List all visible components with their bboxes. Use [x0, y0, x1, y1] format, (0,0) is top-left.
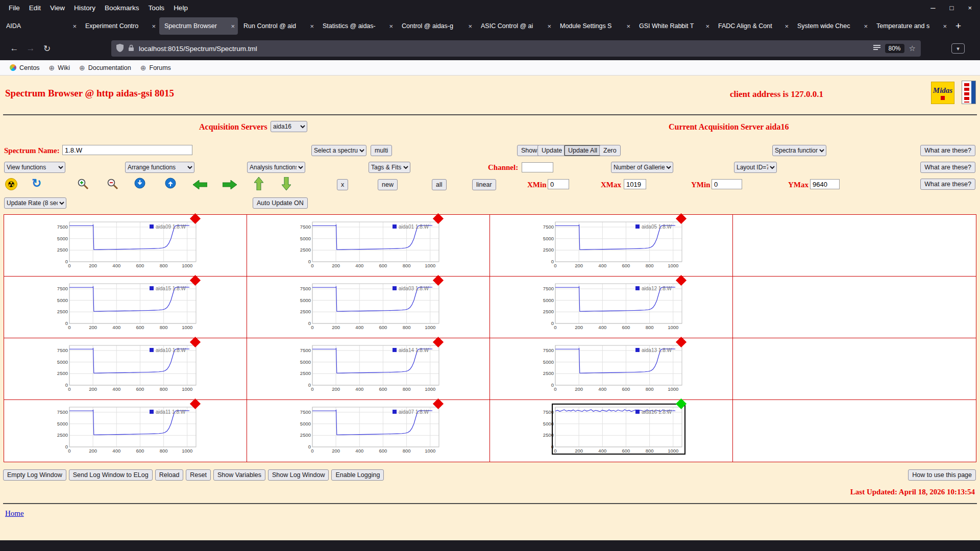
acquisition-server-select[interactable]: aida16 — [271, 121, 307, 132]
home-link[interactable]: Home — [5, 509, 24, 518]
enable-logging-button[interactable]: Enable Logging — [331, 469, 384, 481]
bookmark-documentation[interactable]: ⊕Documentation — [75, 64, 136, 72]
reader-mode-icon[interactable] — [873, 45, 880, 53]
url-bar[interactable]: localhost:8015/Spectrum/Spectrum.tml 80%… — [111, 40, 921, 57]
bookmark-star-icon[interactable]: ☆ — [909, 44, 916, 53]
maximize-icon[interactable]: □ — [950, 4, 954, 12]
green-arrow-left-icon[interactable] — [193, 180, 207, 191]
back-button[interactable]: ← — [6, 43, 22, 54]
spectrum-chart[interactable]: 020040060080010007500500025000aida11 1.8… — [49, 403, 202, 460]
minimize-icon[interactable]: ─ — [930, 4, 935, 12]
multi-button[interactable]: multi — [371, 145, 392, 156]
galleries-dropdown[interactable]: Number of Galleries — [611, 162, 673, 173]
spectrum-chart[interactable]: 020040060080010007500500025000aida01 1.8… — [292, 218, 445, 275]
spectrum-chart[interactable]: 020040060080010007500500025000aida05 1.8… — [535, 218, 688, 275]
browser-tab[interactable]: GSI White Rabbit T× — [634, 17, 713, 35]
arrange-functions-dropdown[interactable]: Arrange functions — [125, 162, 194, 173]
zoom-in-icon[interactable] — [77, 178, 90, 193]
reload-button[interactable]: ↻ — [39, 43, 55, 54]
what-are-these-button-2[interactable]: What are these? — [920, 162, 975, 173]
what-are-these-button-1[interactable]: What are these? — [920, 145, 975, 156]
spectrum-chart[interactable]: 020040060080010007500500025000aida09 1.8… — [49, 218, 202, 275]
spectrum-chart[interactable]: 020040060080010007500500025000aida10 1.8… — [49, 341, 202, 398]
browser-tab[interactable]: Experiment Contro× — [80, 17, 159, 35]
browser-tab[interactable]: Temperature and s× — [871, 17, 950, 35]
tab-close-icon[interactable]: × — [468, 22, 472, 30]
blue-arrow-down-icon[interactable] — [134, 177, 146, 191]
menu-history[interactable]: History — [69, 4, 100, 12]
tab-close-icon[interactable]: × — [389, 22, 393, 30]
forward-button[interactable]: → — [22, 43, 39, 54]
close-icon[interactable]: × — [968, 4, 972, 12]
new-tab-button[interactable]: + — [950, 20, 966, 32]
browser-tab[interactable]: Statistics @ aidas-× — [317, 17, 396, 35]
spectrum-chart[interactable]: 020040060080010007500500025000aida03 1.8… — [292, 280, 445, 337]
reload-button[interactable]: Reload — [155, 469, 184, 481]
show-variables-button[interactable]: Show Variables — [213, 469, 265, 481]
green-arrow-right-icon[interactable] — [223, 180, 237, 191]
browser-tab[interactable]: ASIC Control @ ai× — [476, 17, 554, 35]
empty-log-window-button[interactable]: Empty Log Window — [3, 469, 66, 481]
layout-id-dropdown[interactable]: Layout ID=7 — [734, 162, 777, 173]
tab-close-icon[interactable]: × — [864, 22, 868, 30]
menu-help[interactable]: Help — [169, 4, 192, 12]
view-functions-dropdown[interactable]: View functions — [4, 162, 65, 173]
tab-close-icon[interactable]: × — [785, 22, 789, 30]
tab-close-icon[interactable]: × — [72, 22, 77, 30]
spectrum-chart[interactable]: 020040060080010007500500025000aida13 1.8… — [535, 341, 688, 398]
update-all-button[interactable]: Update All — [564, 145, 601, 156]
blue-arrow-up-icon[interactable] — [164, 177, 177, 191]
menu-tools[interactable]: Tools — [144, 4, 169, 12]
linear-button[interactable]: linear — [472, 179, 496, 190]
bookmark-wiki[interactable]: ⊕Wiki — [44, 64, 75, 72]
tab-close-icon[interactable]: × — [152, 22, 156, 30]
channel-input[interactable] — [522, 162, 553, 172]
refresh-icon[interactable]: ↻ — [32, 177, 41, 190]
how-to-use-button[interactable]: How to use this page — [908, 469, 976, 481]
ymin-input[interactable] — [712, 179, 742, 189]
update-rate-dropdown[interactable]: Update Rate (8 secs) — [4, 197, 66, 209]
auto-update-button[interactable]: Auto Update ON — [253, 197, 308, 209]
zoom-out-icon[interactable] — [106, 178, 119, 193]
tab-close-icon[interactable]: × — [943, 22, 947, 30]
spectrum-chart[interactable]: 020040060080010007500500025000aida14 1.8… — [292, 341, 445, 398]
show-log-window-button[interactable]: Show Log Window — [268, 469, 329, 481]
ymax-input[interactable] — [810, 179, 840, 189]
tab-close-icon[interactable]: × — [231, 22, 235, 30]
radiation-icon[interactable]: ☢ — [5, 178, 17, 190]
zoom-level-badge[interactable]: 80% — [885, 44, 904, 53]
lock-icon[interactable] — [128, 44, 134, 53]
browser-tab[interactable]: Run Control @ aid× — [238, 17, 317, 35]
xmin-input[interactable] — [548, 179, 569, 189]
tab-close-icon[interactable]: × — [626, 22, 630, 30]
analysis-functions-dropdown[interactable]: Analysis functions — [247, 162, 305, 173]
tab-close-icon[interactable]: × — [705, 22, 709, 30]
send-log-window-to-elog-button[interactable]: Send Log Window to ELog — [69, 469, 153, 481]
menu-file[interactable]: File — [4, 4, 24, 12]
green-arrow-up-icon[interactable] — [254, 177, 263, 192]
spectrum-name-input[interactable] — [62, 145, 192, 155]
new-button[interactable]: new — [378, 179, 398, 190]
tab-close-icon[interactable]: × — [310, 22, 314, 30]
bookmark-centos[interactable]: Centos — [5, 64, 44, 72]
spectrum-chart[interactable]: 020040060080010007500500025000aida12 1.8… — [535, 280, 688, 337]
sidebar-toggle-icon[interactable]: ▾ — [951, 43, 965, 54]
bookmark-forums[interactable]: ⊕Forums — [136, 64, 176, 72]
xmax-input[interactable] — [624, 179, 646, 189]
select-spectrum-dropdown[interactable]: Select a spectrum — [311, 145, 366, 156]
spectrum-chart[interactable]: 020040060080010007500500025000aida16 1.8… — [535, 403, 688, 460]
spectrum-chart[interactable]: 020040060080010007500500025000aida07 1.8… — [292, 403, 445, 460]
browser-tab[interactable]: FADC Align & Cont× — [713, 17, 792, 35]
all-button[interactable]: all — [432, 179, 447, 190]
update-button[interactable]: Update — [537, 145, 566, 156]
browser-tab[interactable]: Spectrum Browser× — [159, 17, 238, 35]
what-are-these-button-3[interactable]: What are these? — [920, 179, 975, 190]
browser-tab[interactable]: System wide Chec× — [792, 17, 871, 35]
spectrum-chart[interactable]: 020040060080010007500500025000aida15 1.8… — [49, 280, 202, 337]
shield-icon[interactable] — [116, 44, 124, 54]
spectra-functions-dropdown[interactable]: Spectra functions — [772, 145, 826, 156]
tags-fits-dropdown[interactable]: Tags & Fits — [369, 162, 410, 173]
menu-bookmarks[interactable]: Bookmarks — [100, 4, 144, 12]
green-arrow-down-icon[interactable] — [282, 177, 291, 192]
reset-button[interactable]: Reset — [186, 469, 211, 481]
